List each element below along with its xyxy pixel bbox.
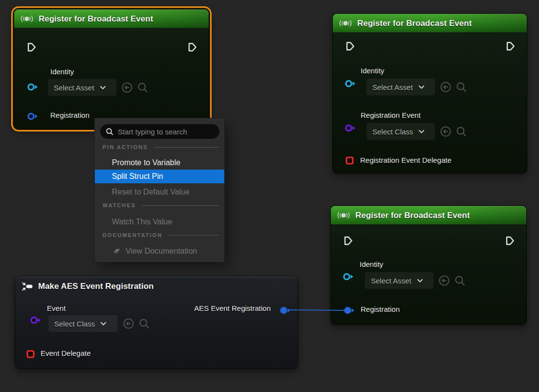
use-selected-asset-icon[interactable] xyxy=(121,81,133,94)
select-asset-value: Select Asset xyxy=(54,84,94,92)
select-class-dropdown[interactable]: Select Class xyxy=(366,123,435,140)
node-header[interactable]: Make AES Event Registration xyxy=(15,277,298,295)
node-title: Register for Broadcast Event xyxy=(357,19,472,28)
menu-item-label: View Documentation xyxy=(126,247,197,256)
class-pin-registration-event[interactable] xyxy=(345,124,357,132)
broadcast-event-icon xyxy=(20,14,34,23)
select-asset-dropdown[interactable]: Select Asset xyxy=(47,79,117,96)
pin-label-event-delegate: Event Delegate xyxy=(41,349,91,357)
node-register-broadcast-event-2[interactable]: Register for Broadcast Event Identity Se… xyxy=(332,13,527,174)
exec-in-pin[interactable] xyxy=(26,42,37,52)
node-header[interactable]: Register for Broadcast Event xyxy=(333,14,527,32)
menu-item-label: Watch This Value xyxy=(112,218,172,226)
pin-label-identity: Identity xyxy=(360,260,383,268)
pin-label-registration: Registration xyxy=(361,305,400,313)
section-divider xyxy=(142,205,219,206)
pin-label-registration: Registration xyxy=(50,111,89,119)
use-selected-asset-icon[interactable] xyxy=(439,81,452,93)
section-label: DOCUMENTATION xyxy=(103,232,162,238)
struct-pin-registration[interactable] xyxy=(27,112,40,121)
select-class-value: Select Class xyxy=(372,128,413,136)
book-icon xyxy=(112,247,121,255)
pin-label-identity: Identity xyxy=(361,66,384,75)
class-pin-event[interactable] xyxy=(30,316,43,325)
pin-label-identity: Identity xyxy=(50,67,74,76)
use-selected-asset-icon[interactable] xyxy=(438,274,451,287)
section-divider xyxy=(154,147,219,148)
node-header[interactable]: Register for Broadcast Event xyxy=(14,9,209,28)
section-label: WATCHES xyxy=(103,202,136,208)
pin-label-registration-event: Registration Event xyxy=(361,111,421,119)
browse-class-icon[interactable] xyxy=(138,318,151,330)
browse-asset-icon[interactable] xyxy=(455,81,468,93)
asset-pin-identity[interactable] xyxy=(27,83,40,91)
node-title: Make AES Event Registration xyxy=(38,282,154,291)
asset-pin-identity[interactable] xyxy=(345,79,357,88)
use-selected-class-icon[interactable] xyxy=(122,317,135,330)
struct-pin-aes-event-registration-connected[interactable] xyxy=(280,306,292,315)
pin-label-registration-event-delegate: Registration Event Delegate xyxy=(360,156,452,164)
node-register-broadcast-event-3[interactable]: Register for Broadcast Event Identity Se… xyxy=(330,205,527,325)
exec-out-pin[interactable] xyxy=(505,41,516,51)
section-label: PIN ACTIONS xyxy=(103,144,148,150)
pin-context-menu: PIN ACTIONS Promote to Variable Split St… xyxy=(94,118,225,262)
select-asset-dropdown[interactable]: Select Asset xyxy=(366,78,435,96)
menu-item-label: Reset to Default Value xyxy=(112,188,190,196)
select-class-value: Select Class xyxy=(54,320,95,328)
node-make-aes-event-registration[interactable]: Make AES Event Registration Event Select… xyxy=(15,276,298,369)
browse-class-icon[interactable] xyxy=(455,126,468,138)
menu-section-watches: WATCHES xyxy=(103,202,219,208)
chevron-down-icon xyxy=(100,86,106,90)
menu-section-pin-actions: PIN ACTIONS xyxy=(103,144,219,150)
blueprint-graph-canvas[interactable]: Register for Broadcast Event Identity Se… xyxy=(0,0,539,392)
select-asset-value: Select Asset xyxy=(371,277,411,285)
search-input[interactable] xyxy=(118,128,214,136)
node-header[interactable]: Register for Broadcast Event xyxy=(331,206,526,224)
node-register-broadcast-event-1[interactable]: Register for Broadcast Event Identity Se… xyxy=(14,9,209,129)
menu-search-box[interactable] xyxy=(100,124,219,139)
exec-in-pin[interactable] xyxy=(343,236,353,246)
chevron-down-icon xyxy=(100,322,107,326)
menu-item-label: Split Struct Pin xyxy=(112,172,163,181)
node-title: Register for Broadcast Event xyxy=(355,211,470,220)
delegate-pin-event-delegate[interactable] xyxy=(26,349,35,359)
broadcast-event-icon xyxy=(337,211,350,220)
menu-section-documentation: DOCUMENTATION xyxy=(103,232,219,238)
browse-asset-icon[interactable] xyxy=(454,275,466,287)
select-asset-value: Select Asset xyxy=(372,83,413,91)
menu-item-reset-to-default-value: Reset to Default Value xyxy=(95,185,224,198)
menu-item-watch-this-value: Watch This Value xyxy=(95,215,224,228)
exec-out-pin[interactable] xyxy=(187,42,197,52)
chevron-down-icon xyxy=(417,279,423,283)
menu-item-label: Promote to Variable xyxy=(112,158,180,167)
chevron-down-icon xyxy=(418,130,425,134)
menu-item-view-documentation: View Documentation xyxy=(95,244,224,258)
make-struct-icon xyxy=(21,282,33,291)
exec-out-pin[interactable] xyxy=(504,236,515,246)
select-class-dropdown[interactable]: Select Class xyxy=(48,315,118,332)
broadcast-event-icon xyxy=(339,19,352,28)
select-asset-dropdown[interactable]: Select Asset xyxy=(365,272,434,289)
use-selected-class-icon[interactable] xyxy=(439,125,452,138)
pin-label-event: Event xyxy=(47,304,65,312)
search-icon xyxy=(106,128,114,136)
node-title: Register for Broadcast Event xyxy=(39,14,153,24)
menu-item-promote-to-variable[interactable]: Promote to Variable xyxy=(95,156,224,169)
exec-in-pin[interactable] xyxy=(345,41,355,51)
section-divider xyxy=(168,235,219,236)
struct-pin-registration-connected[interactable] xyxy=(344,306,356,315)
asset-pin-identity[interactable] xyxy=(343,272,355,281)
delegate-pin-registration-event-delegate[interactable] xyxy=(345,156,354,165)
browse-asset-icon[interactable] xyxy=(137,82,149,94)
pin-label-aes-event-registration: AES Event Registration xyxy=(194,304,271,312)
chevron-down-icon xyxy=(418,85,425,89)
menu-item-split-struct-pin[interactable]: Split Struct Pin xyxy=(95,170,224,183)
